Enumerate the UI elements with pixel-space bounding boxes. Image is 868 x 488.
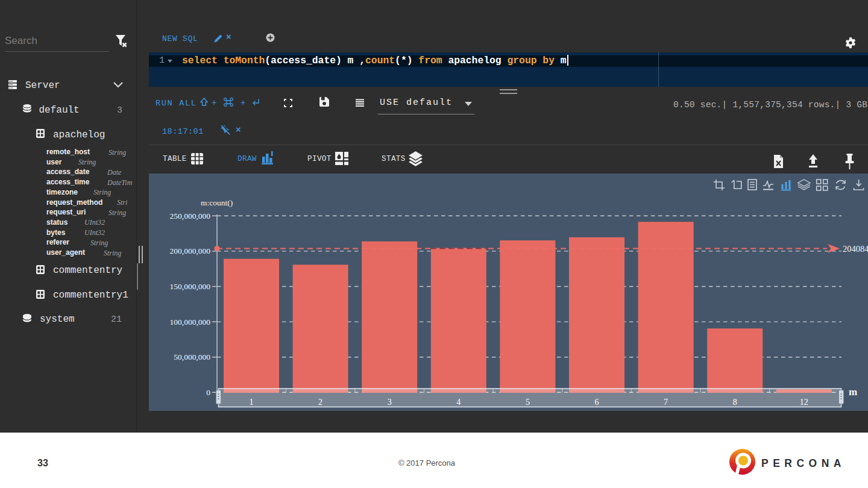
- svg-text:8: 8: [733, 398, 737, 407]
- svg-text:6: 6: [595, 398, 599, 407]
- svg-text:m:count(): m:count(): [201, 198, 233, 207]
- svg-text:3: 3: [388, 398, 392, 407]
- svg-text:1: 1: [250, 398, 254, 407]
- svg-text:100,000,000: 100,000,000: [170, 318, 211, 327]
- svg-text:4: 4: [456, 398, 461, 407]
- svg-text:0: 0: [206, 388, 210, 397]
- svg-text:5: 5: [526, 398, 530, 407]
- svg-text:250,000,000: 250,000,000: [170, 211, 211, 221]
- svg-text:7: 7: [664, 398, 668, 407]
- svg-text:m: m: [849, 386, 857, 398]
- svg-text:2040843: 2040843: [843, 244, 868, 254]
- svg-text:12: 12: [800, 398, 808, 407]
- svg-text:2: 2: [318, 398, 322, 407]
- svg-text:150,000,000: 150,000,000: [170, 282, 211, 291]
- svg-text:50,000,000: 50,000,000: [174, 352, 210, 361]
- svg-text:200,000,000: 200,000,000: [170, 246, 211, 255]
